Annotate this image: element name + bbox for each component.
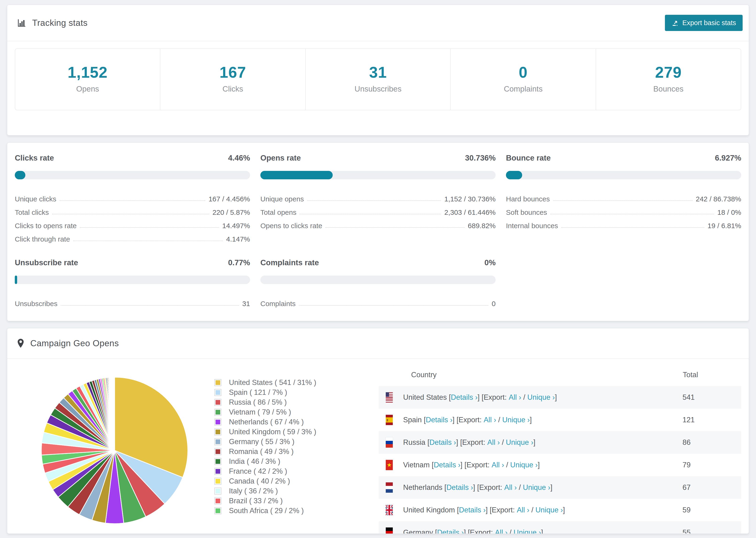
- rate-detail-row: Soft bounces18 / 0%: [506, 203, 741, 216]
- export-icon: [672, 20, 678, 27]
- details-link[interactable]: Details ›: [426, 416, 453, 424]
- country-cell: Netherlands [Details ›] [Export: All › /…: [379, 482, 682, 493]
- details-link[interactable]: Details ›: [459, 506, 486, 514]
- export-all-link[interactable]: All ›: [504, 483, 517, 492]
- dotted-leader: [553, 200, 693, 201]
- geo-table-header-row: Country Total: [379, 364, 741, 386]
- legend-item[interactable]: France ( 42 / 2% ): [214, 466, 379, 476]
- tracking-stats-card: Tracking stats Export basic stats 1,152O…: [7, 5, 749, 135]
- details-link[interactable]: Details ›: [434, 461, 460, 469]
- legend-item[interactable]: India ( 46 / 3% ): [214, 457, 379, 466]
- rate-detail-label: Unique opens: [260, 195, 304, 203]
- export-all-link[interactable]: All ›: [509, 393, 521, 402]
- export-text: ] [Export:: [477, 393, 509, 402]
- legend-item[interactable]: Germany ( 55 / 3% ): [214, 437, 379, 447]
- dotted-leader: [299, 305, 488, 306]
- table-row-es: Spain [Details ›] [Export: All › / Uniqu…: [379, 409, 741, 431]
- legend-item[interactable]: Brazil ( 33 / 2% ): [214, 496, 379, 506]
- stat-bounces: 279Bounces: [596, 49, 741, 110]
- export-all-link[interactable]: All ›: [484, 416, 496, 424]
- legend-item[interactable]: Vietnam ( 79 / 5% ): [214, 407, 379, 417]
- legend-item[interactable]: South Africa ( 29 / 2% ): [214, 506, 379, 516]
- rate-detail-label: Unique clicks: [15, 195, 56, 203]
- dotted-leader: [299, 214, 441, 214]
- details-link[interactable]: Details ›: [429, 438, 456, 447]
- dotted-leader: [307, 200, 441, 201]
- rate-detail-row: Clicks to opens rate14.497%: [15, 216, 250, 230]
- geo-title-row: Campaign Geo Opens: [17, 338, 119, 349]
- export-unique-link[interactable]: Unique ›: [527, 393, 555, 402]
- page: Tracking stats Export basic stats 1,152O…: [0, 0, 756, 534]
- bracket-text: ]: [533, 438, 536, 447]
- legend-label: Russia ( 86 / 5% ): [229, 398, 287, 406]
- progress-bar: [15, 276, 250, 284]
- rate-detail-value: 19 / 6.81%: [708, 222, 741, 230]
- rate-detail-label: Unsubscribes: [15, 300, 58, 308]
- export-text: ] [Export:: [486, 506, 517, 514]
- stat-value: 31: [306, 63, 450, 81]
- details-link[interactable]: Details ›: [446, 483, 473, 492]
- slash-text: /: [496, 416, 502, 424]
- export-unique-link[interactable]: Unique ›: [535, 506, 563, 514]
- geo-header: Campaign Geo Opens: [7, 328, 749, 358]
- export-text: ] [Export:: [460, 461, 492, 469]
- export-unique-link[interactable]: Unique ›: [510, 461, 538, 469]
- slash-text: /: [500, 438, 506, 447]
- rate-title: Unsubscribe rate: [15, 258, 78, 267]
- legend-item[interactable]: Russia ( 86 / 5% ): [214, 398, 379, 407]
- details-link[interactable]: Details ›: [451, 393, 477, 402]
- legend-item[interactable]: Netherlands ( 67 / 4% ): [214, 417, 379, 427]
- export-text: ] [Export:: [473, 483, 504, 492]
- rate-detail-row: Complaints0: [260, 295, 496, 308]
- legend-label: Romania ( 49 / 3% ): [229, 447, 294, 456]
- geo-table: Country Total United States [Details ›] …: [379, 364, 741, 534]
- rate-detail-row: Unique opens1,152 / 30.736%: [260, 190, 496, 203]
- stat-value: 1,152: [15, 63, 160, 81]
- progress-bar: [260, 276, 496, 284]
- legend-item[interactable]: Romania ( 49 / 3% ): [214, 447, 379, 457]
- export-all-link[interactable]: All ›: [492, 461, 504, 469]
- rate-detail-label: Clicks to opens rate: [15, 222, 77, 230]
- export-all-link[interactable]: All ›: [517, 506, 529, 514]
- legend-item[interactable]: Spain ( 121 / 7% ): [214, 388, 379, 398]
- bracket-text: [: [433, 528, 437, 534]
- country-name: Germany: [403, 528, 433, 534]
- pie-slice-other[interactable]: [114, 377, 115, 451]
- country-cell: United Kingdom [Details ›] [Export: All …: [379, 505, 682, 515]
- legend-item[interactable]: United States ( 541 / 31% ): [214, 378, 379, 388]
- rate-section-complaints-rate: Complaints rate0%Complaints0: [260, 258, 496, 308]
- rate-section-clicks-rate: Clicks rate4.46%Unique clicks167 / 4.456…: [15, 153, 250, 243]
- legend-item[interactable]: Canada ( 40 / 2% ): [214, 476, 379, 486]
- es-flag-icon: [386, 415, 393, 425]
- export-unique-link[interactable]: Unique ›: [506, 438, 533, 447]
- rate-detail-value: 4.147%: [226, 235, 250, 243]
- rate-detail-row: Unique clicks167 / 4.456%: [15, 190, 250, 203]
- geo-body: United States ( 541 / 31% )Spain ( 121 /…: [7, 359, 749, 534]
- slash-text: /: [521, 393, 527, 402]
- rate-title: Complaints rate: [260, 258, 319, 267]
- export-unique-link[interactable]: Unique ›: [523, 483, 550, 492]
- legend-item[interactable]: United Kingdom ( 59 / 3% ): [214, 427, 379, 437]
- details-link[interactable]: Details ›: [437, 528, 464, 534]
- legend-label: Canada ( 40 / 2% ): [229, 477, 290, 485]
- rate-value: 0%: [484, 258, 496, 267]
- rate-title: Opens rate: [260, 153, 301, 162]
- progress-bar-fill: [260, 171, 333, 179]
- export-all-link[interactable]: All ›: [487, 438, 500, 447]
- legend-swatch: [214, 379, 221, 386]
- rate-detail-value: 2,303 / 61.446%: [444, 208, 496, 216]
- export-all-link[interactable]: All ›: [495, 528, 507, 534]
- bracket-text: ]: [530, 416, 532, 424]
- rate-section-head: Complaints rate0%: [260, 258, 496, 267]
- legend-item[interactable]: Italy ( 36 / 2% ): [214, 486, 379, 496]
- export-basic-stats-button[interactable]: Export basic stats: [665, 15, 743, 31]
- export-unique-link[interactable]: Unique ›: [513, 528, 541, 534]
- export-text: ] [Export:: [453, 416, 484, 424]
- country-cell: Vietnam [Details ›] [Export: All › / Uni…: [379, 460, 682, 470]
- export-unique-link[interactable]: Unique ›: [502, 416, 530, 424]
- country-cell: Germany [Details ›] [Export: All › / Uni…: [379, 527, 682, 534]
- stats-wrap: 1,152Opens167Clicks31Unsubscribes0Compla…: [7, 41, 749, 135]
- dotted-leader: [73, 241, 223, 241]
- legend-label: Brazil ( 33 / 2% ): [229, 497, 283, 505]
- bracket-text: [: [447, 393, 451, 402]
